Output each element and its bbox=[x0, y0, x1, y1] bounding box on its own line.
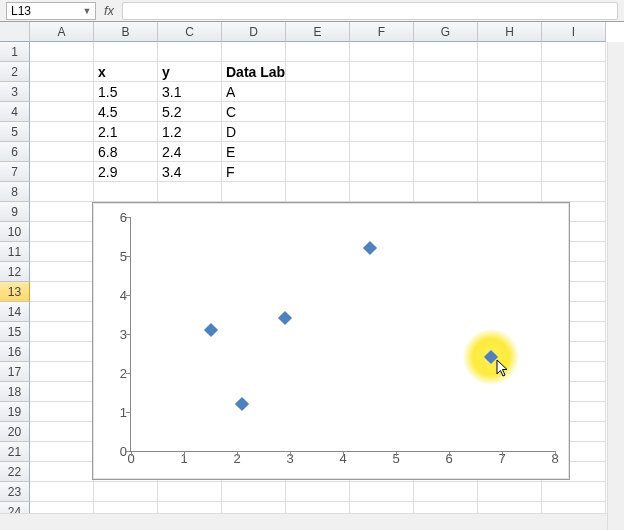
column-header[interactable]: E bbox=[286, 22, 350, 42]
cell[interactable]: 1.5 bbox=[94, 82, 158, 102]
row-header[interactable]: 16 bbox=[0, 342, 30, 362]
cell[interactable]: x bbox=[94, 62, 158, 82]
cell[interactable] bbox=[30, 122, 94, 142]
scatter-point[interactable] bbox=[203, 323, 217, 337]
cell[interactable] bbox=[30, 82, 94, 102]
cell[interactable] bbox=[30, 182, 94, 202]
row-header[interactable]: 21 bbox=[0, 442, 30, 462]
row-header[interactable]: 6 bbox=[0, 142, 30, 162]
cell[interactable] bbox=[414, 42, 478, 62]
cell[interactable] bbox=[542, 182, 606, 202]
cell[interactable] bbox=[30, 462, 94, 482]
cell[interactable] bbox=[542, 162, 606, 182]
column-header[interactable]: D bbox=[222, 22, 286, 42]
cell[interactable]: 2.1 bbox=[94, 122, 158, 142]
row-header[interactable]: 22 bbox=[0, 462, 30, 482]
scatter-point[interactable] bbox=[278, 311, 292, 325]
cell[interactable] bbox=[350, 142, 414, 162]
cell[interactable] bbox=[542, 142, 606, 162]
cell[interactable] bbox=[542, 482, 606, 502]
cell[interactable] bbox=[94, 42, 158, 62]
cell[interactable] bbox=[478, 82, 542, 102]
cell[interactable] bbox=[350, 62, 414, 82]
formula-input[interactable] bbox=[122, 2, 618, 20]
cell[interactable] bbox=[478, 62, 542, 82]
cell[interactable] bbox=[286, 62, 350, 82]
chevron-down-icon[interactable]: ▼ bbox=[81, 5, 93, 17]
cell[interactable] bbox=[286, 162, 350, 182]
cell[interactable] bbox=[478, 42, 542, 62]
cell[interactable] bbox=[414, 82, 478, 102]
cell[interactable] bbox=[414, 182, 478, 202]
column-header[interactable]: G bbox=[414, 22, 478, 42]
horizontal-scrollbar[interactable] bbox=[0, 513, 607, 530]
vertical-scrollbar[interactable] bbox=[607, 42, 624, 530]
cell[interactable]: F bbox=[222, 162, 286, 182]
cell[interactable]: Data Labels bbox=[222, 62, 286, 82]
cell[interactable] bbox=[30, 442, 94, 462]
cell[interactable] bbox=[30, 422, 94, 442]
cell[interactable] bbox=[30, 342, 94, 362]
cell[interactable] bbox=[30, 102, 94, 122]
column-header[interactable]: A bbox=[30, 22, 94, 42]
cell[interactable] bbox=[30, 62, 94, 82]
cell[interactable]: 5.2 bbox=[158, 102, 222, 122]
cell[interactable] bbox=[30, 42, 94, 62]
cell[interactable] bbox=[350, 122, 414, 142]
cell[interactable]: A bbox=[222, 82, 286, 102]
cell[interactable] bbox=[350, 42, 414, 62]
cell[interactable] bbox=[286, 82, 350, 102]
cell[interactable] bbox=[158, 42, 222, 62]
row-header[interactable]: 14 bbox=[0, 302, 30, 322]
row-header[interactable]: 5 bbox=[0, 122, 30, 142]
cell[interactable] bbox=[222, 482, 286, 502]
cell[interactable]: C bbox=[222, 102, 286, 122]
cell[interactable] bbox=[158, 482, 222, 502]
cell[interactable] bbox=[222, 182, 286, 202]
cell[interactable]: y bbox=[158, 62, 222, 82]
cell[interactable]: 4.5 bbox=[94, 102, 158, 122]
row-header[interactable]: 1 bbox=[0, 42, 30, 62]
row-header[interactable]: 13 bbox=[0, 282, 30, 302]
cell[interactable] bbox=[286, 42, 350, 62]
name-box[interactable]: L13 ▼ bbox=[6, 2, 96, 20]
row-header[interactable]: 7 bbox=[0, 162, 30, 182]
cell[interactable]: E bbox=[222, 142, 286, 162]
cell[interactable] bbox=[478, 162, 542, 182]
cell[interactable]: 2.4 bbox=[158, 142, 222, 162]
row-header[interactable]: 23 bbox=[0, 482, 30, 502]
cell[interactable] bbox=[222, 42, 286, 62]
cell[interactable] bbox=[30, 302, 94, 322]
cell[interactable] bbox=[478, 122, 542, 142]
row-header[interactable]: 2 bbox=[0, 62, 30, 82]
column-header[interactable]: I bbox=[542, 22, 606, 42]
cell[interactable] bbox=[414, 122, 478, 142]
cell[interactable] bbox=[542, 102, 606, 122]
cell[interactable] bbox=[30, 262, 94, 282]
cell[interactable] bbox=[286, 482, 350, 502]
column-header[interactable]: F bbox=[350, 22, 414, 42]
row-header[interactable]: 9 bbox=[0, 202, 30, 222]
column-header[interactable]: C bbox=[158, 22, 222, 42]
column-header[interactable]: H bbox=[478, 22, 542, 42]
row-header[interactable]: 10 bbox=[0, 222, 30, 242]
cell[interactable]: 3.1 bbox=[158, 82, 222, 102]
cell[interactable] bbox=[542, 62, 606, 82]
cell[interactable] bbox=[286, 122, 350, 142]
cell[interactable] bbox=[30, 322, 94, 342]
cell[interactable] bbox=[350, 82, 414, 102]
cell[interactable] bbox=[286, 142, 350, 162]
scatter-point[interactable] bbox=[235, 397, 249, 411]
cell[interactable]: 6.8 bbox=[94, 142, 158, 162]
row-header[interactable]: 15 bbox=[0, 322, 30, 342]
cell[interactable] bbox=[30, 282, 94, 302]
cell[interactable] bbox=[30, 482, 94, 502]
cell[interactable]: 2.9 bbox=[94, 162, 158, 182]
embedded-chart[interactable]: 0123456012345678 bbox=[92, 202, 570, 480]
cell[interactable] bbox=[30, 242, 94, 262]
cell[interactable] bbox=[478, 482, 542, 502]
row-header[interactable]: 18 bbox=[0, 382, 30, 402]
scatter-point[interactable] bbox=[484, 350, 498, 364]
cell[interactable] bbox=[542, 42, 606, 62]
row-header[interactable]: 8 bbox=[0, 182, 30, 202]
